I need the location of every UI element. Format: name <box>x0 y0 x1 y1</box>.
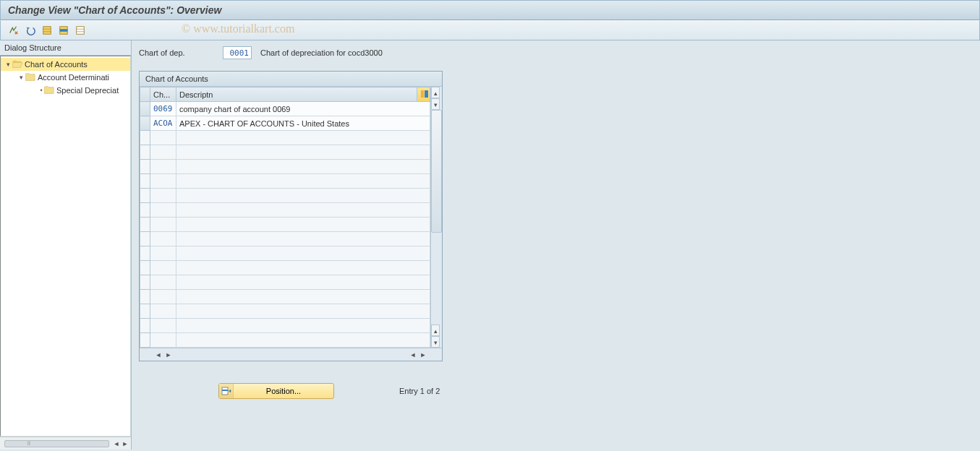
folder-icon <box>44 86 54 95</box>
collapse-icon[interactable]: ▾ <box>4 61 12 68</box>
window-title: Change View "Chart of Accounts": Overvie… <box>0 0 980 20</box>
row-selector[interactable] <box>140 290 150 304</box>
table-row[interactable]: 0069 company chart of account 0069 <box>140 102 430 116</box>
arrow-up-icon[interactable]: ▴ <box>431 87 440 98</box>
footer: Position... Entry 1 of 2 <box>139 383 973 399</box>
table-row[interactable]: ACOA APEX - CHART OF ACCOUNTS - United S… <box>140 116 430 131</box>
svg-rect-4 <box>421 90 424 98</box>
tree-node-special-depreciation[interactable]: • Special Depreciat <box>1 84 130 97</box>
column-header-code[interactable]: Ch... <box>150 87 176 102</box>
row-selector[interactable] <box>140 145 150 160</box>
grid-title: Chart of Accounts <box>140 72 442 87</box>
deselect-all-icon[interactable] <box>73 23 88 38</box>
row-selector[interactable] <box>140 160 150 174</box>
arrow-down-icon[interactable]: ▾ <box>431 98 440 110</box>
arrow-right-icon[interactable]: ► <box>419 351 427 359</box>
row-selector[interactable] <box>140 203 150 218</box>
position-label: Position... <box>234 387 333 395</box>
table-row-empty[interactable] <box>140 275 430 290</box>
svg-rect-2 <box>60 29 68 32</box>
sidebar-hscrollbar[interactable]: ◄ ► <box>0 437 131 450</box>
row-selector[interactable] <box>140 174 150 189</box>
grid-hscrollbar[interactable]: ◄ ► ◄ ► <box>140 348 442 361</box>
table-row-empty[interactable] <box>140 232 430 246</box>
cell-desc[interactable]: APEX - CHART OF ACCOUNTS - United States <box>176 116 430 131</box>
svg-rect-3 <box>77 27 85 35</box>
column-header-desc[interactable]: Descriptn <box>176 87 417 102</box>
folder-open-icon <box>12 60 22 69</box>
table-row-empty[interactable] <box>140 189 430 203</box>
row-selector[interactable] <box>140 116 150 131</box>
row-selector[interactable] <box>140 333 150 348</box>
select-block-icon[interactable] <box>56 23 71 38</box>
content-area: Chart of dep. Chart of depreciation for … <box>132 40 980 450</box>
row-selector[interactable] <box>140 131 150 145</box>
watermark-text: © www.tutorialkart.com <box>182 22 294 35</box>
dialog-structure-panel: Dialog Structure ▾ Chart of Accounts ▾ A… <box>0 40 132 450</box>
row-selector[interactable] <box>140 218 150 232</box>
cell-code[interactable]: ACOA <box>150 116 176 131</box>
undo-icon[interactable] <box>23 23 38 38</box>
tree-label: Special Depreciat <box>56 86 119 95</box>
table-row-empty[interactable] <box>140 333 430 348</box>
cell-desc[interactable]: company chart of account 0069 <box>176 102 430 116</box>
arrow-left-icon[interactable]: ◄ <box>112 439 121 448</box>
table-row-empty[interactable] <box>140 218 430 232</box>
table-row-empty[interactable] <box>140 246 430 261</box>
cell-code[interactable]: 0069 <box>150 102 176 116</box>
data-table[interactable]: Ch... Descriptn 0069 company chart of ac… <box>140 87 430 348</box>
field-description: Chart of depreciation for cocd3000 <box>260 48 383 57</box>
chart-of-accounts-grid: Chart of Accounts Ch... Descriptn <box>139 71 443 361</box>
app-toolbar: © www.tutorialkart.com <box>0 20 980 40</box>
table-row-empty[interactable] <box>140 203 430 218</box>
scroll-thumb[interactable] <box>4 440 109 447</box>
table-row-empty[interactable] <box>140 290 430 304</box>
tree-node-chart-of-accounts[interactable]: ▾ Chart of Accounts <box>1 58 130 71</box>
tree-view[interactable]: ▾ Chart of Accounts ▾ Account Determinat… <box>0 56 131 437</box>
row-selector[interactable] <box>140 275 150 290</box>
table-row-empty[interactable] <box>140 131 430 145</box>
toggle-display-icon[interactable] <box>7 23 21 38</box>
arrow-up-icon[interactable]: ▴ <box>431 325 440 336</box>
field-label: Chart of dep. <box>139 48 218 57</box>
table-row-empty[interactable] <box>140 304 430 319</box>
chart-of-dep-input[interactable] <box>223 46 252 59</box>
arrow-left-icon[interactable]: ◄ <box>409 351 417 359</box>
row-selector[interactable] <box>140 189 150 203</box>
svg-rect-7 <box>222 390 228 391</box>
scroll-thumb[interactable] <box>431 110 442 233</box>
tree-label: Chart of Accounts <box>25 60 88 69</box>
arrow-right-icon[interactable]: ► <box>164 351 173 359</box>
row-selector[interactable] <box>140 102 150 116</box>
table-row-empty[interactable] <box>140 174 430 189</box>
arrow-right-icon[interactable]: ► <box>121 439 129 448</box>
folder-icon <box>25 73 35 82</box>
sidebar-title: Dialog Structure <box>0 40 131 56</box>
grid-vscrollbar[interactable]: ▴ ▾ ▴ ▾ <box>430 87 442 348</box>
table-row-empty[interactable] <box>140 261 430 275</box>
scroll-track[interactable] <box>431 110 442 325</box>
table-row-empty[interactable] <box>140 319 430 333</box>
chart-of-dep-field: Chart of dep. Chart of depreciation for … <box>139 46 973 59</box>
collapse-icon[interactable]: ▾ <box>17 74 25 81</box>
row-selector[interactable] <box>140 304 150 319</box>
tree-label: Account Determinati <box>38 73 109 82</box>
row-selector-header[interactable] <box>140 87 150 102</box>
svg-rect-0 <box>43 27 51 35</box>
row-selector[interactable] <box>140 232 150 246</box>
bullet-icon: • <box>35 87 44 94</box>
row-selector[interactable] <box>140 261 150 275</box>
entry-count-text: Entry 1 of 2 <box>399 387 440 395</box>
table-row-empty[interactable] <box>140 145 430 160</box>
row-selector[interactable] <box>140 246 150 261</box>
tree-node-account-determination[interactable]: ▾ Account Determinati <box>1 71 130 84</box>
table-row-empty[interactable] <box>140 160 430 174</box>
row-selector[interactable] <box>140 319 150 333</box>
select-all-icon[interactable] <box>40 23 54 38</box>
arrow-left-icon[interactable]: ◄ <box>154 351 163 359</box>
table-settings-icon[interactable] <box>417 87 430 102</box>
svg-rect-5 <box>425 90 428 98</box>
arrow-down-icon[interactable]: ▾ <box>431 336 440 348</box>
position-button[interactable]: Position... <box>218 383 334 399</box>
position-icon <box>219 384 234 398</box>
